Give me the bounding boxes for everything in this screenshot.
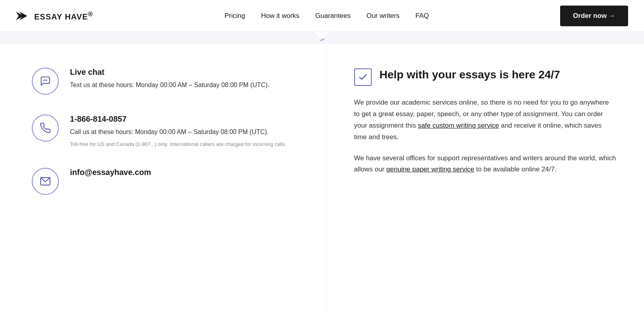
phone-icon-circle	[32, 115, 59, 142]
svg-point-4	[47, 80, 47, 80]
live-chat-item: Live chat Text us at these hours: Monday…	[32, 68, 294, 95]
down-arrow-icon: ➤	[319, 35, 325, 43]
nav-item-pricing[interactable]: Pricing	[225, 12, 245, 20]
svg-point-3	[45, 80, 45, 80]
email-address: info@essayhave.com	[70, 168, 151, 177]
nav-links: Pricing How it works Guarantees Our writ…	[225, 12, 429, 20]
nav-item-guarantees[interactable]: Guarantees	[315, 12, 351, 20]
logo[interactable]: ESSAY HAVE®	[16, 9, 93, 23]
logo-icon	[16, 9, 30, 23]
genuine-writing-link[interactable]: genuine paper writing service	[386, 165, 474, 173]
checkmark-icon	[358, 72, 368, 82]
order-now-button[interactable]: Order now →	[560, 6, 628, 26]
nav-item-faq[interactable]: FAQ	[415, 12, 429, 20]
email-item: info@essayhave.com	[32, 168, 294, 195]
chat-icon	[40, 76, 51, 87]
paragraph-1: We provide our academic services online,…	[354, 97, 617, 143]
panel-header: Help with your essays is here 24/7	[354, 68, 617, 86]
left-panel: Live chat Text us at these hours: Monday…	[0, 44, 326, 309]
email-info: info@essayhave.com	[70, 168, 151, 180]
hero-divider: ➤	[0, 32, 644, 44]
nav-item-our-writers[interactable]: Our writers	[367, 12, 400, 20]
paragraph-2: We have several offices for support repr…	[354, 153, 617, 176]
email-icon-circle	[32, 168, 59, 195]
phone-icon	[40, 122, 51, 134]
live-chat-description: Text us at these hours: Monday 00:00 AM …	[70, 80, 270, 90]
right-panel: Help with your essays is here 24/7 We pr…	[326, 44, 644, 309]
email-icon	[40, 176, 51, 187]
phone-description: Call us at these hours: Monday 00:00 AM …	[70, 127, 287, 137]
panel-body: We provide our academic services online,…	[354, 97, 617, 175]
panel-heading: Help with your essays is here 24/7	[380, 68, 560, 82]
checkbox-icon	[354, 68, 372, 86]
live-chat-info: Live chat Text us at these hours: Monday…	[70, 68, 270, 90]
phone-item: 1-866-814-0857 Call us at these hours: M…	[32, 115, 294, 148]
main-content: Live chat Text us at these hours: Monday…	[0, 44, 644, 309]
nav-item-how-it-works[interactable]: How it works	[261, 12, 299, 20]
safe-writing-link[interactable]: safe custom writing service	[418, 122, 499, 129]
chat-icon-circle	[32, 68, 59, 95]
phone-footnote: Toll-free for US and Canada (1-907...) o…	[70, 140, 287, 148]
live-chat-title: Live chat	[70, 68, 270, 77]
phone-number: 1-866-814-0857	[70, 115, 287, 124]
svg-point-2	[44, 80, 44, 80]
phone-info: 1-866-814-0857 Call us at these hours: M…	[70, 115, 287, 148]
logo-text: ESSAY HAVE®	[34, 10, 93, 21]
navbar: ESSAY HAVE® Pricing How it works Guarant…	[0, 0, 644, 32]
